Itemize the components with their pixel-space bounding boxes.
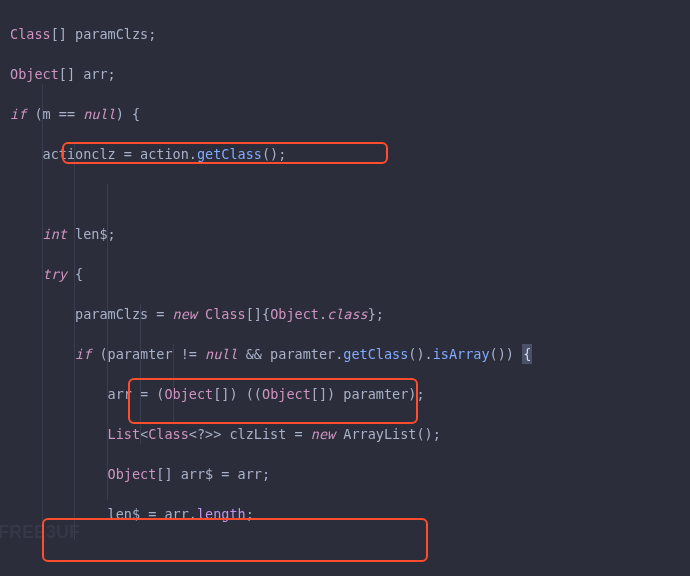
indent-guide (107, 184, 108, 500)
code-line: arr = (Object[]) ((Object[]) paramter); (10, 384, 690, 404)
cursor-brace: { (522, 344, 532, 364)
watermark-text: FREE3UF (0, 522, 80, 542)
indent-guide (42, 84, 43, 560)
code-line: Object[] arr$ = arr; (10, 464, 690, 484)
code-line: paramClzs = new Class[]{Object.class}; (10, 304, 690, 324)
code-line: len$ = arr.length; (10, 504, 690, 524)
code-line: Object[] arr; (10, 64, 690, 84)
code-line: if (paramter != null && paramter.getClas… (10, 344, 690, 364)
code-line (10, 544, 690, 564)
code-line: int len$; (10, 224, 690, 244)
code-line: List<Class<?>> clzList = new ArrayList()… (10, 424, 690, 444)
indent-guide (74, 144, 75, 540)
code-line: try { (10, 264, 690, 284)
code-line (10, 184, 690, 204)
code-editor[interactable]: Class[] paramClzs; Object[] arr; if (m =… (10, 4, 690, 576)
code-line: actionclz = action.getClass(); (10, 144, 690, 164)
code-line: Class[] paramClzs; (10, 24, 690, 44)
indent-guide (140, 304, 141, 444)
indent-guide (173, 344, 174, 424)
code-line: if (m == null) { (10, 104, 690, 124)
